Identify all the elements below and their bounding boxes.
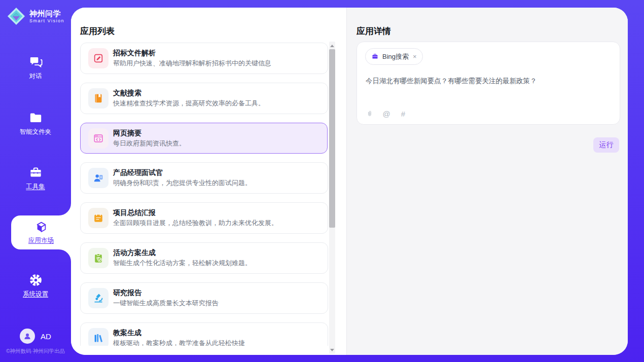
app-card-title: 项目总结汇报 [113, 208, 156, 218]
briefcase-icon [371, 53, 379, 60]
tab-curve-top [59, 203, 71, 215]
microscope-icon [88, 288, 109, 308]
app-card-title: 研究报告 [113, 288, 141, 298]
cube-icon [34, 221, 48, 234]
app-logo: 神州问学 Smart Vision [0, 7, 71, 26]
app-subtitle: Smart Vision [29, 18, 64, 23]
books-icon [88, 328, 109, 346]
app-card-title: 招标文件解析 [113, 49, 156, 58]
query-input-card[interactable]: Bing搜索 × 今日湖北有哪些新闻要点？有哪些需要关注的最新政策？ @ # [356, 42, 620, 125]
app-title: 神州问学 [29, 9, 64, 18]
tab-curve-bottom [59, 249, 71, 262]
chat-icon [29, 55, 43, 69]
folder-icon [29, 111, 43, 125]
app-card[interactable]: 活动方案生成 智能生成个性化活动方案，轻松解决规划难题。 [80, 242, 328, 274]
app-detail-title: 应用详情 [356, 25, 391, 37]
app-list-panel: 应用列表 招标文件解析 帮助用户快速、准确地理解和解析招标书中的关键信息 文献搜… [71, 8, 346, 355]
scroll-up-icon[interactable] [329, 43, 335, 49]
mention-icon[interactable]: @ [382, 110, 390, 118]
run-button[interactable]: 运行 [593, 137, 619, 153]
close-icon[interactable]: × [413, 53, 417, 60]
app-card-title: 文献搜索 [113, 89, 141, 98]
sidebar-item-label: 系统设置 [23, 290, 48, 299]
browser-code-icon [88, 128, 109, 149]
app-card-title: 产品经理面试官 [113, 168, 163, 177]
sidebar-item-tools[interactable]: 工具集 [0, 166, 71, 191]
app-detail-panel: 应用详情 Bing搜索 × 今日湖北有哪些新闻要点？有哪些需要关注的最新政策？ … [346, 8, 628, 355]
list-scrollbar[interactable] [329, 42, 335, 354]
app-card-desc: 快速精准查找学术资源，提高研究效率的必备工具。 [113, 99, 265, 108]
logo-diamond-icon [7, 7, 26, 26]
gear-icon [29, 273, 43, 287]
app-card[interactable]: 招标文件解析 帮助用户快速、准确地理解和解析招标书中的关键信息 [80, 43, 328, 74]
input-toolbar: @ # [366, 110, 407, 118]
app-card[interactable]: 教案生成 模板驱动，教案秒成，教学准备从此轻松快捷 [80, 322, 328, 346]
edit-doc-icon [88, 48, 109, 68]
tool-tag-bing[interactable]: Bing搜索 × [365, 48, 423, 65]
user-name: AD [41, 332, 51, 341]
sidebar-item-label: 对话 [29, 72, 42, 81]
app-card[interactable]: 项目总结汇报 全面回顾项目进展，总结经验教训，助力未来优化发展。 [80, 202, 328, 234]
app-card-desc: 每日政府新闻资讯快查。 [113, 139, 186, 148]
app-list-title: 应用列表 [80, 25, 115, 37]
person-icon [20, 329, 35, 344]
interview-icon [88, 168, 109, 188]
app-card[interactable]: 网页摘要 每日政府新闻资讯快查。 [80, 123, 328, 154]
calendar-icon [88, 208, 109, 228]
app-card-desc: 智能生成个性化活动方案，轻松解决规划难题。 [113, 259, 252, 268]
app-card-title: 活动方案生成 [113, 248, 156, 258]
user-account[interactable]: AD [0, 329, 71, 344]
app-card-title: 教案生成 [113, 329, 141, 338]
clipboard-check-icon [88, 248, 109, 268]
app-card[interactable]: 研究报告 一键智能生成高质量长文本研究报告 [80, 282, 328, 314]
sidebar-item-settings[interactable]: 系统设置 [0, 273, 71, 299]
app-card-title: 网页摘要 [113, 129, 141, 138]
app-card-list: 招标文件解析 帮助用户快速、准确地理解和解析招标书中的关键信息 文献搜索 快速精… [80, 43, 328, 346]
sidebar-item-folders[interactable]: 智能文件夹 [0, 111, 71, 136]
content-area: 应用列表 招标文件解析 帮助用户快速、准确地理解和解析招标书中的关键信息 文献搜… [71, 8, 628, 355]
sidebar-item-label: 智能文件夹 [20, 128, 52, 136]
app-card-desc: 模板驱动，教案秒成，教学准备从此轻松快捷 [113, 339, 245, 346]
hash-icon[interactable]: # [399, 110, 407, 118]
sidebar-item-label: 应用市场 [28, 236, 54, 245]
sidebar-item-label: 工具集 [26, 183, 45, 191]
app-card-desc: 一键智能生成高质量长文本研究报告 [113, 299, 219, 308]
sidebar-item-market[interactable]: 应用市场 [11, 215, 71, 249]
app-card-desc: 全面回顾项目进展，总结经验教训，助力未来优化发展。 [113, 219, 278, 228]
tool-tag-label: Bing搜索 [382, 52, 409, 61]
attachment-icon[interactable] [366, 110, 374, 118]
scroll-down-icon[interactable] [329, 347, 335, 353]
scrollbar-thumb[interactable] [329, 49, 335, 228]
book-icon [88, 88, 109, 108]
query-text[interactable]: 今日湖北有哪些新闻要点？有哪些需要关注的最新政策？ [366, 77, 609, 86]
copyright-footer: ©神州数码·神州问学出品 [0, 348, 71, 355]
app-card[interactable]: 产品经理面试官 明确身份和职责，为您提供专业性的面试问题。 [80, 162, 328, 194]
toolbox-icon [29, 166, 43, 179]
sidebar-item-chat[interactable]: 对话 [0, 55, 71, 81]
app-card-desc: 帮助用户快速、准确地理解和解析招标书中的关键信息 [113, 59, 271, 68]
app-card-desc: 明确身份和职责，为您提供专业性的面试问题。 [113, 178, 252, 188]
sidebar: 神州问学 Smart Vision 对话 智能文件夹 工具集 应用市场 系统设置… [0, 0, 71, 362]
app-card[interactable]: 文献搜索 快速精准查找学术资源，提高研究效率的必备工具。 [80, 83, 328, 114]
